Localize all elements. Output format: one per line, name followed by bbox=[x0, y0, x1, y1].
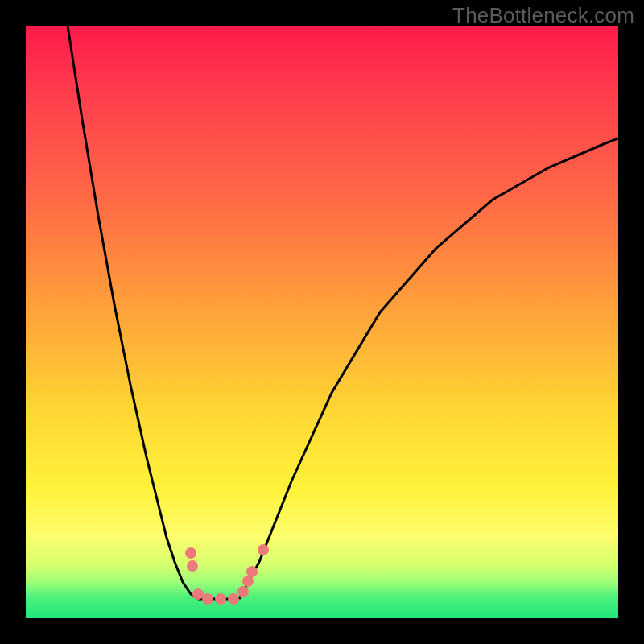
data-dot bbox=[242, 576, 254, 587]
data-dot bbox=[237, 586, 249, 597]
data-dot bbox=[202, 593, 213, 605]
data-dot bbox=[187, 560, 198, 572]
right-curve bbox=[239, 138, 618, 599]
curve-layer bbox=[26, 26, 618, 618]
data-dot bbox=[185, 547, 196, 559]
left-curve bbox=[68, 26, 198, 599]
data-dot bbox=[228, 593, 239, 605]
data-dot bbox=[246, 566, 258, 577]
chart-frame: TheBottleneck.com bbox=[0, 0, 644, 644]
plot-area bbox=[26, 26, 618, 618]
watermark-text: TheBottleneck.com bbox=[452, 3, 634, 28]
data-dots bbox=[185, 544, 269, 605]
data-dot bbox=[258, 544, 269, 555]
data-dot bbox=[215, 593, 226, 605]
data-dot bbox=[192, 588, 204, 600]
